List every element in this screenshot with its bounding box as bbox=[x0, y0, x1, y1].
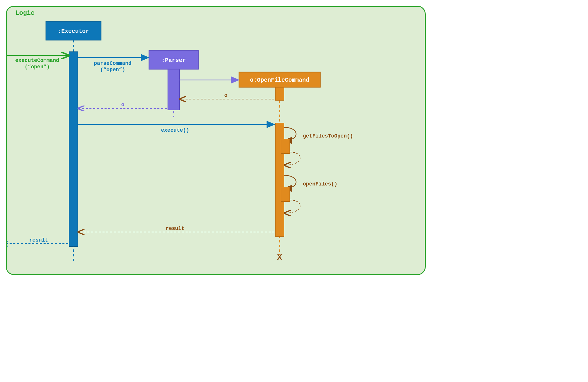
get-files-activation bbox=[281, 139, 290, 153]
sequence-diagram: :Executor :Parser o:OpenFileCommand exec… bbox=[7, 7, 425, 274]
open-files-label: openFiles() bbox=[303, 181, 337, 187]
open-files-return bbox=[285, 200, 300, 213]
return-o-label-2: o bbox=[121, 102, 125, 108]
execute-command-label-1: executeCommand bbox=[15, 58, 59, 63]
result-label-2: result bbox=[29, 237, 48, 243]
get-files-label: getFilesToOpen() bbox=[303, 133, 353, 139]
execute-label: execute() bbox=[161, 127, 189, 133]
command-label: o:OpenFileCommand bbox=[250, 77, 309, 83]
parser-activation bbox=[168, 69, 179, 110]
executor-activation bbox=[69, 52, 78, 247]
parser-label: :Parser bbox=[161, 57, 186, 64]
destruction-x: X bbox=[277, 253, 282, 262]
executor-label: :Executor bbox=[58, 28, 89, 35]
open-files-activation bbox=[281, 187, 290, 201]
result-label-1: result bbox=[166, 226, 185, 231]
parse-command-label-1: parseCommand bbox=[94, 60, 132, 66]
parse-command-label-2: (“open”) bbox=[100, 67, 125, 73]
open-files-self-call bbox=[284, 175, 296, 188]
get-files-self-call bbox=[284, 127, 296, 140]
logic-frame: Logic bbox=[6, 6, 426, 275]
get-files-return bbox=[285, 152, 300, 165]
return-o-label-1: o bbox=[224, 92, 228, 98]
command-activation-create bbox=[275, 87, 284, 100]
execute-command-label-2: (“open”) bbox=[25, 64, 50, 70]
